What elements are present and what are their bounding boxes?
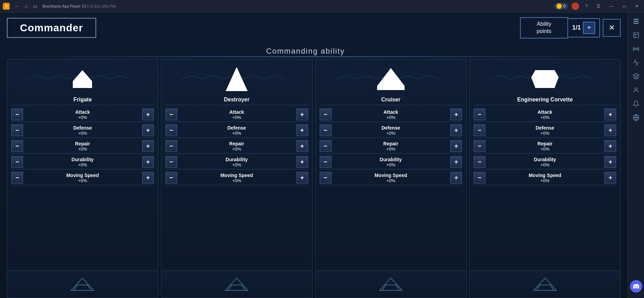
frigate-card-inner: Frigate − Attack +0% + − Defense +0% bbox=[7, 59, 158, 273]
svg-point-6 bbox=[635, 48, 637, 50]
help-button[interactable]: ? bbox=[583, 3, 590, 9]
sidebar-icon-3[interactable] bbox=[630, 43, 642, 55]
coin-badge: 0 bbox=[554, 3, 568, 10]
engineering-corvette-card-inner: Engineering Corvette − Attack +0% + − De… bbox=[470, 59, 620, 273]
frigate-repair-bar bbox=[11, 153, 154, 154]
sidebar-icon-7[interactable] bbox=[630, 98, 642, 110]
sidebar-icon-4[interactable] bbox=[630, 56, 642, 69]
engcorv-defense-minus[interactable]: − bbox=[474, 124, 485, 136]
cruiser-attack-plus[interactable]: + bbox=[450, 109, 462, 120]
engineering-corvette-name: Engineering Corvette bbox=[474, 97, 616, 105]
engcorv-durability-plus[interactable]: + bbox=[605, 156, 616, 168]
user-avatar[interactable] bbox=[572, 2, 579, 10]
menu-button[interactable]: ☰ bbox=[594, 3, 603, 9]
destroyer-durability-minus[interactable]: − bbox=[166, 156, 177, 168]
cruiser-repair-minus[interactable]: − bbox=[320, 140, 331, 152]
back-button[interactable]: ← bbox=[12, 3, 21, 10]
cruiser-durability-minus[interactable]: − bbox=[320, 156, 331, 168]
engcorv-attack-plus[interactable]: + bbox=[605, 109, 616, 120]
frigate-repair-minus[interactable]: − bbox=[11, 140, 23, 152]
ability-plus-button[interactable]: + bbox=[583, 22, 595, 34]
cruiser-speed-minus[interactable]: − bbox=[320, 172, 331, 184]
sidebar-icon-1[interactable] bbox=[630, 15, 642, 27]
bottom-row bbox=[7, 271, 621, 298]
frigate-ship-icon bbox=[11, 64, 154, 95]
frigate-durability-bar bbox=[11, 169, 154, 170]
close-button[interactable]: ✕ bbox=[603, 19, 621, 37]
commander-box: Commander bbox=[7, 18, 96, 38]
coin-count: 0 bbox=[563, 4, 566, 9]
sidebar-icon-2[interactable] bbox=[630, 29, 642, 41]
destroyer-repair-plus[interactable]: + bbox=[296, 140, 308, 152]
frigate-attack-minus[interactable]: − bbox=[11, 109, 23, 120]
frigate-speed-label: Moving Speed +0% bbox=[23, 173, 142, 183]
destroyer-attack-row: − Attack +0% + bbox=[166, 109, 308, 120]
cruiser-name: Cruiser bbox=[320, 97, 462, 105]
engcorv-defense-row: − Defense +0% + bbox=[474, 124, 616, 136]
engcorv-attack-row: − Attack +0% + bbox=[474, 109, 616, 120]
frigate-defense-plus[interactable]: + bbox=[142, 124, 154, 136]
cruiser-repair-plus[interactable]: + bbox=[450, 140, 462, 152]
destroyer-durability-plus[interactable]: + bbox=[296, 156, 308, 168]
engcorv-attack-minus[interactable]: − bbox=[474, 109, 485, 120]
destroyer-durability-row: − Durability +0% + bbox=[166, 156, 308, 168]
frigate-speed-bar bbox=[11, 185, 154, 186]
frigate-speed-minus[interactable]: − bbox=[11, 172, 23, 184]
engcorv-durability-minus[interactable]: − bbox=[474, 156, 485, 168]
svg-rect-0 bbox=[633, 19, 639, 20]
frigate-durability-plus[interactable]: + bbox=[142, 156, 154, 168]
discord-chat-icon[interactable] bbox=[630, 280, 642, 293]
cruiser-durability-plus[interactable]: + bbox=[450, 156, 462, 168]
svg-marker-18 bbox=[380, 278, 402, 290]
destroyer-card-inner: Destroyer − Attack +0% + − Defense +0% bbox=[161, 59, 312, 273]
coin-icon bbox=[556, 3, 562, 9]
cruiser-card-inner: Cruiser − Attack +0% + − Defense +0% bbox=[316, 59, 466, 273]
cruiser-speed-plus[interactable]: + bbox=[450, 172, 462, 184]
cruiser-defense-row: − Defense +0% + bbox=[320, 124, 462, 136]
frigate-durability-label: Durability +0% bbox=[23, 157, 142, 167]
engcorv-speed-row: − Moving Speed +0% + bbox=[474, 172, 616, 184]
destroyer-attack-plus[interactable]: + bbox=[296, 109, 308, 120]
minimize-button[interactable]: — bbox=[607, 3, 616, 9]
frigate-durability-minus[interactable]: − bbox=[11, 156, 23, 168]
main-content: Commander Abilitypoints 1/1 + ✕ Commandi… bbox=[0, 12, 628, 298]
taskbar-nav: ← ⌂ ▭ bbox=[12, 3, 39, 10]
frigate-defense-minus[interactable]: − bbox=[11, 124, 23, 136]
overview-button[interactable]: ▭ bbox=[31, 3, 39, 10]
destroyer-name: Destroyer bbox=[166, 97, 308, 105]
engcorv-speed-plus[interactable]: + bbox=[605, 172, 616, 184]
restore-button[interactable]: ▭ bbox=[620, 3, 629, 9]
engineering-corvette-ship-icon bbox=[474, 64, 616, 95]
svg-rect-3 bbox=[633, 33, 639, 38]
cruiser-attack-minus[interactable]: − bbox=[320, 109, 331, 120]
close-window-button[interactable]: ✕ bbox=[632, 3, 641, 9]
cards-container: Frigate − Attack +0% + − Defense +0% bbox=[7, 59, 621, 298]
page-title: Commanding ability bbox=[0, 47, 611, 56]
engcorv-speed-minus[interactable]: − bbox=[474, 172, 485, 184]
sidebar-icon-6[interactable] bbox=[630, 84, 642, 96]
frigate-speed-plus[interactable]: + bbox=[142, 172, 154, 184]
cruiser-ship-icon bbox=[320, 64, 462, 95]
destroyer-speed-plus[interactable]: + bbox=[296, 172, 308, 184]
destroyer-attack-minus[interactable]: − bbox=[166, 109, 177, 120]
commander-label: Commander bbox=[20, 22, 83, 33]
frigate-defense-row: − Defense +0% + bbox=[11, 124, 154, 136]
sidebar-icon-8[interactable] bbox=[630, 111, 642, 124]
destroyer-repair-minus[interactable]: − bbox=[166, 140, 177, 152]
destroyer-speed-minus[interactable]: − bbox=[166, 172, 177, 184]
frigate-repair-plus[interactable]: + bbox=[142, 140, 154, 152]
engcorv-defense-plus[interactable]: + bbox=[605, 124, 616, 136]
engcorv-repair-minus[interactable]: − bbox=[474, 140, 485, 152]
sidebar-icon-5[interactable] bbox=[630, 70, 642, 82]
home-button[interactable]: ⌂ bbox=[23, 3, 30, 10]
destroyer-card: Destroyer − Attack +0% + − Defense +0% bbox=[161, 59, 313, 298]
destroyer-ship-icon bbox=[166, 64, 308, 95]
cruiser-defense-minus[interactable]: − bbox=[320, 124, 331, 136]
frigate-speed-row: − Moving Speed +0% + bbox=[11, 172, 154, 184]
frigate-attack-plus[interactable]: + bbox=[142, 109, 154, 120]
destroyer-defense-minus[interactable]: − bbox=[166, 124, 177, 136]
engcorv-repair-plus[interactable]: + bbox=[605, 140, 616, 152]
svg-rect-2 bbox=[633, 23, 639, 24]
destroyer-defense-plus[interactable]: + bbox=[296, 124, 308, 136]
cruiser-defense-plus[interactable]: + bbox=[450, 124, 462, 136]
